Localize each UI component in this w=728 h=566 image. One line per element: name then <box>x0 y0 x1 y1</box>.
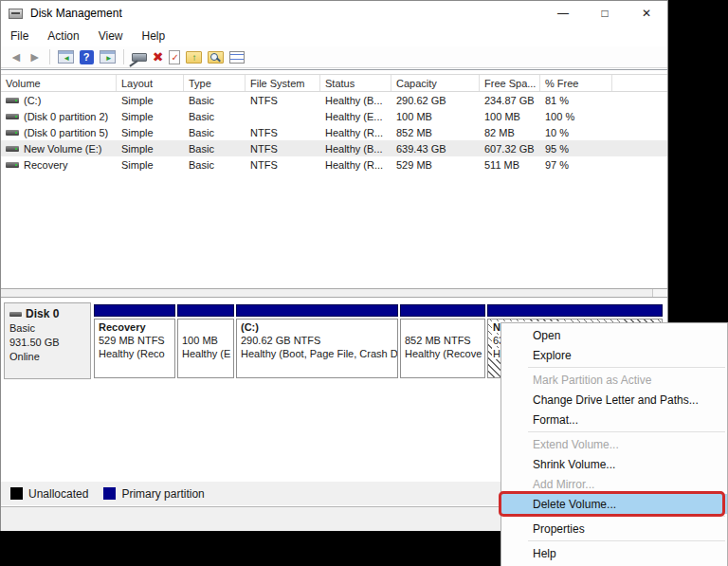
delete-icon[interactable]: ✖ <box>153 50 164 64</box>
close-button[interactable]: ✕ <box>626 1 667 26</box>
column-header-type[interactable]: Type <box>184 75 246 91</box>
column-header-layout[interactable]: Layout <box>117 75 184 91</box>
cell-pctfree: 97 % <box>540 156 612 173</box>
partition-size: 290.62 GB NTFS <box>241 334 393 347</box>
cell-type: Basic <box>184 156 246 173</box>
volume-list-header: Volume Layout Type File System Status Ca… <box>1 74 667 92</box>
cell-capacity: 529 MB <box>391 156 480 173</box>
cell-pctfree: 81 % <box>540 92 612 108</box>
volume-name: New Volume (E:) <box>24 143 102 155</box>
legend-label: Unallocated <box>28 487 88 501</box>
legend-label: Primary partition <box>121 487 204 501</box>
partition-color-band <box>177 304 234 317</box>
cell-free: 607.32 GB <box>480 140 540 156</box>
column-header-volume[interactable]: Volume <box>1 75 117 91</box>
partition-852mb[interactable]: 852 MB NTFS Healthy (Recove <box>400 304 485 378</box>
volume-icon <box>6 98 19 103</box>
cell-pctfree: 95 % <box>540 140 612 156</box>
cell-pctfree: 10 % <box>540 124 612 140</box>
column-header-capacity[interactable]: Capacity <box>391 75 480 91</box>
table-row[interactable]: (Disk 0 partition 2) Simple Basic Health… <box>1 108 667 124</box>
menubar: File Action View Help <box>1 26 667 46</box>
cell-layout: Simple <box>117 140 184 156</box>
partition-size: 100 MB <box>182 334 229 347</box>
open-folder-icon[interactable] <box>186 51 202 64</box>
context-menu-item-change-drive-letter[interactable]: Change Drive Letter and Paths... <box>501 390 727 410</box>
disk-type: Basic <box>9 321 85 336</box>
unallocated-color-swatch <box>10 487 23 500</box>
cell-pctfree: 100 % <box>540 108 612 124</box>
column-header-pctfree[interactable]: % Free <box>540 75 612 91</box>
cell-capacity: 852 MB <box>391 124 480 140</box>
partition-status: Healthy (E <box>182 347 229 360</box>
volume-icon <box>6 114 19 119</box>
cell-layout: Simple <box>117 124 184 140</box>
titlebar: Disk Management — □ ✕ <box>1 1 667 26</box>
forward-icon[interactable]: ► <box>28 50 42 64</box>
partition-color-band <box>400 304 485 317</box>
cell-status: Healthy (B... <box>320 140 391 156</box>
partition-c[interactable]: (C:) 290.62 GB NTFS Healthy (Boot, Page … <box>236 304 398 378</box>
context-menu-item-shrink-volume[interactable]: Shrink Volume... <box>501 454 727 474</box>
menu-file[interactable]: File <box>1 27 38 46</box>
column-header-status[interactable]: Status <box>320 75 391 91</box>
cell-fs: NTFS <box>246 124 320 140</box>
scrollbar-corner <box>652 289 667 297</box>
cell-status: Healthy (R... <box>320 156 391 173</box>
context-menu-item-open[interactable]: Open <box>501 325 727 345</box>
partition-name <box>405 320 481 334</box>
legend-item: Unallocated <box>10 487 88 501</box>
menu-view[interactable]: View <box>89 27 133 46</box>
cell-status: Healthy (B... <box>320 92 391 108</box>
menu-action[interactable]: Action <box>38 27 88 46</box>
disk-icon <box>9 312 22 317</box>
column-header-filler <box>612 75 667 91</box>
partition-status: Healthy (Recove <box>405 347 481 360</box>
volume-icon <box>6 162 19 168</box>
context-menu-item-explore[interactable]: Explore <box>501 345 727 365</box>
partition-recovery[interactable]: Recovery 529 MB NTFS Healthy (Reco <box>94 304 175 378</box>
back-icon[interactable]: ◄ <box>9 50 23 64</box>
partition-size: 852 MB NTFS <box>405 334 481 347</box>
drive-tool-icon[interactable] <box>132 53 147 62</box>
explore-folder-icon[interactable] <box>208 51 224 64</box>
cell-free: 82 MB <box>480 124 540 140</box>
volume-name: (Disk 0 partition 5) <box>24 127 108 138</box>
partition-name: Recovery <box>99 320 171 334</box>
context-menu-item-properties[interactable]: Properties <box>501 519 727 539</box>
cell-free: 100 MB <box>480 108 540 124</box>
cell-free: 511 MB <box>480 156 540 173</box>
window-controls: — □ ✕ <box>542 1 667 26</box>
table-row[interactable]: (C:) Simple Basic NTFS Healthy (B... 290… <box>1 92 667 108</box>
menu-separator <box>528 540 725 541</box>
cell-fs <box>246 108 320 124</box>
context-menu-item-delete-volume[interactable]: Delete Volume... <box>501 494 727 514</box>
check-document-icon[interactable] <box>169 50 180 64</box>
window-title: Disk Management <box>30 7 122 20</box>
show-action-pane-icon[interactable]: ► <box>100 50 116 64</box>
minimize-button[interactable]: — <box>542 1 584 26</box>
partition-name <box>182 320 229 334</box>
column-header-freespace[interactable]: Free Spa... <box>480 75 540 91</box>
cell-fs: NTFS <box>246 92 320 108</box>
partition-name: (C:) <box>241 320 393 334</box>
table-row-selected[interactable]: New Volume (E:) Simple Basic NTFS Health… <box>1 140 667 156</box>
show-console-tree-icon[interactable]: ◄ <box>58 50 74 64</box>
cell-capacity: 290.62 GB <box>391 92 480 108</box>
partition-system-100mb[interactable]: 100 MB Healthy (E <box>177 304 234 378</box>
help-icon[interactable]: ? <box>80 50 94 64</box>
disk0-label-panel[interactable]: Disk 0 Basic 931.50 GB Online <box>4 302 91 379</box>
table-row[interactable]: Recovery Simple Basic NTFS Healthy (R...… <box>1 156 667 173</box>
maximize-button[interactable]: □ <box>584 1 626 26</box>
context-menu-item-format[interactable]: Format... <box>501 410 727 429</box>
disk-status: Online <box>9 350 85 364</box>
menu-help[interactable]: Help <box>133 27 175 46</box>
partition-color-band <box>236 304 398 317</box>
primary-partition-color-swatch <box>103 487 116 500</box>
column-header-filesystem[interactable]: File System <box>246 75 320 91</box>
context-menu-item-help[interactable]: Help <box>501 543 727 563</box>
details-list-icon[interactable] <box>229 51 245 64</box>
pane-splitter[interactable] <box>1 288 667 298</box>
table-row[interactable]: (Disk 0 partition 5) Simple Basic NTFS H… <box>1 124 667 140</box>
cell-fs: NTFS <box>246 140 320 156</box>
